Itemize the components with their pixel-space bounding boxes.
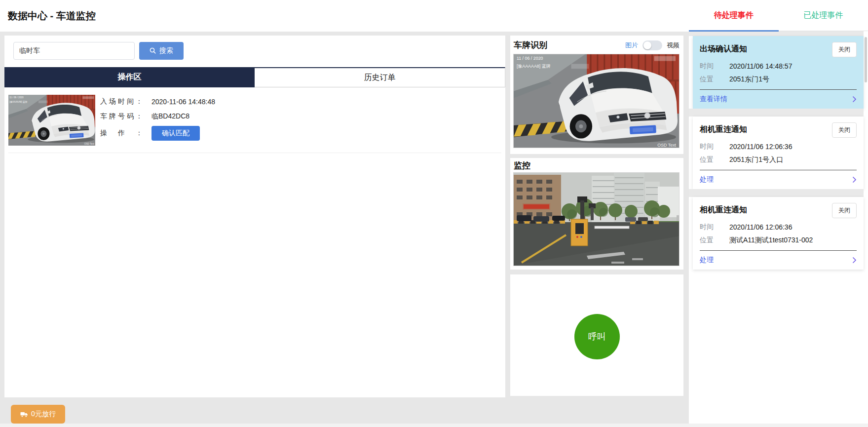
- action-label: 操作：: [100, 129, 143, 138]
- plate-recognition-title: 车牌识别: [514, 39, 547, 51]
- event-card-camera-reconnect-2: 相机重连通知 关闭 时间 2020/11/06 12:06:36 位置 测试A1…: [693, 197, 864, 270]
- mode-video-label[interactable]: 视频: [667, 41, 679, 50]
- truck-icon: [20, 411, 28, 418]
- media-mode-switch-row: 图片 视频: [625, 40, 679, 50]
- monitor-title: 监控: [510, 158, 683, 171]
- plate-recognition-card: 车牌识别 图片 视频: [510, 36, 683, 154]
- time-label: 时间: [700, 223, 722, 232]
- call-button[interactable]: 呼叫: [574, 314, 620, 359]
- event-location-row: 位置 2051东门1号: [700, 75, 857, 84]
- event-title: 相机重连通知: [700, 203, 747, 215]
- image-video-toggle[interactable]: [642, 40, 662, 50]
- operation-tabs: 操作区 历史订单: [4, 67, 505, 87]
- event-time-row: 时间 2020/11/06 12:06:36: [700, 223, 857, 232]
- monitor-card: 监控: [510, 158, 683, 270]
- handle-link[interactable]: 处理: [700, 175, 714, 184]
- chevron-right-icon[interactable]: [852, 96, 857, 103]
- sidebar-gap: [689, 31, 864, 36]
- tab-operation-area[interactable]: 操作区: [4, 67, 255, 87]
- lane-monitoring-app: 11 / 06 / 2020 [豫AAAAA8] 蓝牌 OSD Text: [0, 0, 868, 427]
- chevron-right-icon[interactable]: [852, 257, 857, 264]
- mode-image-label[interactable]: 图片: [625, 41, 638, 50]
- time-value: 2020/11/06 12:06:36: [729, 143, 792, 151]
- plate-number-value: 临BD42DC8: [151, 112, 189, 121]
- search-input[interactable]: [13, 42, 135, 60]
- sidebar-scrollbar-thumb[interactable]: [865, 37, 867, 82]
- plate-camera-photo: [513, 54, 679, 148]
- page-title: 数据中心 - 车道监控: [0, 0, 689, 23]
- vehicle-entry-row: 入场时间： 2020-11-06 14:48:48 车牌号码： 临BD42DC8…: [8, 95, 501, 153]
- search-icon: [150, 47, 156, 54]
- event-title: 出场确认通知: [700, 42, 747, 54]
- action-row: 操作： 确认匹配: [100, 126, 215, 141]
- time-label: 时间: [700, 62, 722, 71]
- tab-processed-events[interactable]: 已处理事件: [779, 0, 868, 31]
- plate-recognition-header: 车牌识别 图片 视频: [510, 36, 683, 51]
- tab-history-orders[interactable]: 历史订单: [255, 67, 505, 87]
- chevron-right-icon[interactable]: [852, 176, 857, 183]
- entry-time-row: 入场时间： 2020-11-06 14:48:48: [100, 96, 215, 107]
- handle-link[interactable]: 处理: [700, 256, 714, 265]
- top-header: 数据中心 - 车道监控: [0, 0, 689, 32]
- event-time-row: 时间 2020/11/06 12:06:36: [700, 142, 857, 151]
- event-card-header: 出场确认通知 关闭: [700, 42, 857, 57]
- entry-fields: 入场时间： 2020-11-06 14:48:48 车牌号码： 临BD42DC8…: [100, 95, 215, 146]
- search-row: 搜索: [4, 36, 505, 60]
- zero-yuan-release-button[interactable]: 0元放行: [11, 405, 65, 424]
- event-action-row: 查看详情: [700, 90, 857, 104]
- location-value: 2051东门1号入口: [729, 155, 783, 164]
- event-action-row: 处理: [700, 251, 857, 265]
- location-value: 2051东门1号: [729, 75, 769, 84]
- event-location-row: 位置 测试A11测试1test0731-002: [700, 236, 857, 245]
- close-button[interactable]: 关闭: [832, 42, 857, 57]
- event-title: 相机重连通知: [700, 122, 747, 135]
- event-time-row: 时间 2020/11/06 14:48:57: [700, 62, 857, 71]
- close-button[interactable]: 关闭: [832, 203, 857, 218]
- bottom-strip: [0, 424, 868, 427]
- entry-time-value: 2020-11-06 14:48:48: [151, 98, 215, 106]
- close-button[interactable]: 关闭: [832, 122, 857, 138]
- sidebar-gap: [689, 109, 864, 116]
- events-sidebar: 待处理事件 已处理事件 出场确认通知 关闭 时间 2020/11/06 14:4…: [689, 0, 868, 424]
- location-label: 位置: [700, 75, 722, 84]
- event-card-exit-confirm: 出场确认通知 关闭 时间 2020/11/06 14:48:57 位置 2051…: [693, 36, 864, 109]
- plate-number-label: 车牌号码：: [100, 112, 143, 121]
- event-action-row: 处理: [700, 170, 857, 184]
- location-label: 位置: [700, 155, 722, 164]
- confirm-match-button[interactable]: 确认匹配: [151, 126, 200, 141]
- event-location-row: 位置 2051东门1号入口: [700, 155, 857, 164]
- event-card-header: 相机重连通知 关闭: [700, 122, 857, 138]
- toggle-knob: [643, 41, 651, 49]
- location-label: 位置: [700, 236, 722, 245]
- entry-vehicle-photo: [8, 95, 95, 146]
- events-tabs: 待处理事件 已处理事件: [689, 0, 868, 31]
- operation-panel: 搜索 操作区 历史订单 入场时间： 2020-11-06 14:48:48 车牌…: [4, 36, 505, 397]
- sidebar-gap: [689, 189, 864, 197]
- time-value: 2020/11/06 14:48:57: [729, 62, 792, 70]
- time-value: 2020/11/06 12:06:36: [729, 223, 792, 231]
- view-details-link[interactable]: 查看详情: [700, 95, 727, 104]
- plate-number-row: 车牌号码： 临BD42DC8: [100, 111, 215, 122]
- entry-time-label: 入场时间：: [100, 97, 143, 106]
- tab-pending-events[interactable]: 待处理事件: [689, 0, 779, 31]
- event-card-camera-reconnect-1: 相机重连通知 关闭 时间 2020/11/06 12:06:36 位置 2051…: [693, 116, 864, 189]
- monitor-camera-photo: [513, 172, 679, 266]
- call-card: 呼叫: [510, 274, 683, 396]
- search-button-label: 搜索: [159, 46, 173, 55]
- event-card-header: 相机重连通知 关闭: [700, 203, 857, 218]
- search-button[interactable]: 搜索: [139, 42, 184, 60]
- location-value: 测试A11测试1test0731-002: [729, 236, 813, 245]
- time-label: 时间: [700, 142, 722, 151]
- release-button-label: 0元放行: [31, 410, 56, 419]
